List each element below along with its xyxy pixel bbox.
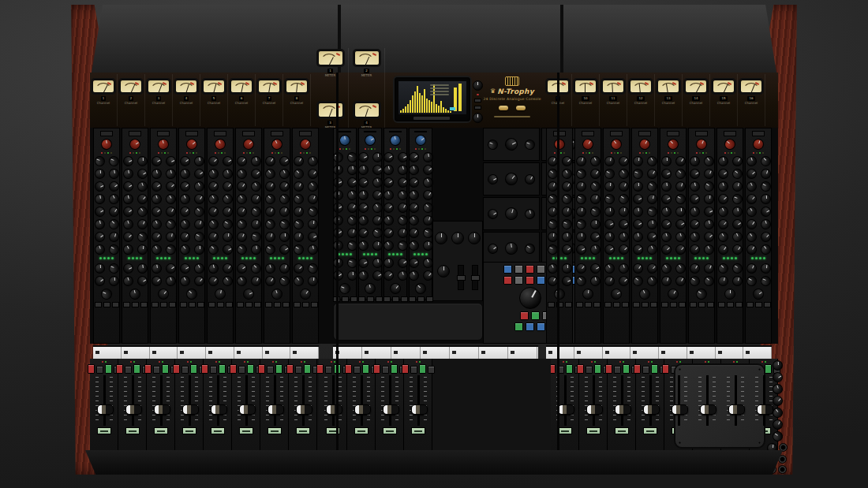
aux-master-knob bbox=[485, 241, 499, 255]
bus-strip bbox=[409, 128, 432, 300]
vu-red-zone bbox=[372, 105, 376, 108]
channel-fader-unit bbox=[175, 359, 204, 450]
strip-led bbox=[246, 152, 248, 154]
eq-knob bbox=[406, 238, 421, 252]
eq-knob bbox=[206, 204, 220, 218]
cut-solo-cluster bbox=[402, 364, 435, 374]
knob-row bbox=[383, 215, 408, 225]
fader-scale-ticks bbox=[309, 377, 312, 423]
aux-knob bbox=[307, 276, 318, 287]
eq-knob bbox=[589, 192, 601, 205]
knob-row bbox=[383, 240, 408, 251]
eq-knob bbox=[291, 166, 305, 181]
fader-led bbox=[275, 361, 277, 363]
channel-fader-unit bbox=[289, 359, 317, 450]
fader-scale-ticks bbox=[195, 377, 198, 423]
fader-slot bbox=[274, 375, 276, 426]
screen-cyan-indicator bbox=[450, 107, 455, 110]
scribble-segment bbox=[263, 347, 291, 359]
eq-knob bbox=[163, 205, 178, 219]
signal-led-meter bbox=[693, 257, 710, 261]
knob-row bbox=[576, 169, 600, 179]
fader-cap bbox=[296, 404, 312, 415]
aux-knob bbox=[617, 262, 630, 275]
vu-meter-cell: 1METER bbox=[312, 48, 349, 100]
aux-knob bbox=[730, 261, 744, 275]
knob-row bbox=[661, 276, 686, 286]
eq-knob bbox=[617, 231, 630, 244]
eq-knob bbox=[574, 155, 587, 167]
aux-knob bbox=[234, 274, 249, 289]
left-channel-strips bbox=[93, 128, 319, 344]
aux-knob bbox=[108, 276, 119, 287]
eq-knob bbox=[561, 231, 573, 243]
eq-knob bbox=[395, 201, 410, 215]
knob-row bbox=[358, 190, 383, 200]
signal-led-meter bbox=[126, 257, 144, 261]
strip-led bbox=[368, 148, 369, 150]
strip-led bbox=[365, 148, 366, 150]
strip-switch bbox=[727, 302, 734, 307]
strip-led bbox=[649, 152, 650, 154]
blank-panel bbox=[333, 303, 483, 341]
group-fader-unit bbox=[347, 359, 376, 450]
aux-knob bbox=[702, 262, 715, 275]
eq-knob bbox=[406, 225, 421, 240]
strip-connector bbox=[185, 131, 198, 136]
strip-led bbox=[271, 152, 273, 154]
eq-knob bbox=[92, 229, 107, 244]
fader-led bbox=[736, 361, 738, 363]
fader-track bbox=[353, 375, 370, 426]
eq-knob bbox=[381, 151, 395, 165]
strip-led bbox=[674, 152, 675, 154]
strip-led bbox=[614, 152, 615, 154]
select-button bbox=[153, 366, 160, 374]
aux-knob bbox=[107, 262, 121, 275]
aux-knob bbox=[220, 274, 234, 288]
signal-led-meter bbox=[664, 257, 682, 261]
channel-strip bbox=[716, 128, 743, 344]
channel-label: Channel bbox=[97, 101, 110, 105]
fader-led bbox=[651, 361, 653, 363]
knob-row bbox=[152, 156, 176, 166]
fader-value-display bbox=[182, 427, 196, 434]
fader-led bbox=[566, 361, 567, 363]
aux-knob bbox=[731, 275, 743, 287]
master-vu-meter-grid: 1METER2METER3METER4METER bbox=[311, 73, 388, 128]
strip-switch bbox=[103, 302, 110, 307]
scribble-segment bbox=[659, 347, 687, 359]
knob-row bbox=[294, 232, 318, 242]
knob-row bbox=[718, 169, 743, 179]
eq-knob bbox=[292, 180, 305, 193]
knob-row bbox=[180, 181, 204, 192]
fader-track bbox=[642, 375, 659, 426]
aux-knob bbox=[645, 274, 659, 289]
knob-row bbox=[718, 156, 743, 166]
knob-row bbox=[294, 169, 318, 179]
eq-knob bbox=[616, 218, 630, 231]
fader-led-row bbox=[591, 361, 596, 363]
fader-led-row bbox=[761, 361, 766, 363]
eq-knob bbox=[588, 179, 602, 193]
aux-knob bbox=[206, 274, 220, 288]
scribble-segment bbox=[362, 347, 391, 359]
fader-led-row bbox=[676, 361, 681, 363]
strip-connector bbox=[553, 131, 566, 136]
knob-row bbox=[548, 169, 572, 179]
strip-led bbox=[164, 152, 166, 154]
eq-knob bbox=[631, 231, 644, 244]
eq-knob bbox=[422, 240, 432, 251]
scribble-segment bbox=[479, 347, 508, 359]
pan-knob bbox=[297, 286, 312, 301]
scribble-segment bbox=[546, 347, 574, 359]
fader-led-row bbox=[272, 361, 277, 363]
panel-seam bbox=[336, 73, 339, 450]
knob-row bbox=[294, 181, 318, 192]
strip-led bbox=[306, 152, 308, 154]
brand-name: N-Trophy bbox=[497, 88, 534, 95]
knob-row bbox=[690, 194, 714, 204]
knob-row bbox=[633, 181, 657, 192]
fader-led bbox=[130, 361, 132, 363]
eq-knob bbox=[406, 188, 420, 202]
gain-knob bbox=[127, 136, 142, 151]
